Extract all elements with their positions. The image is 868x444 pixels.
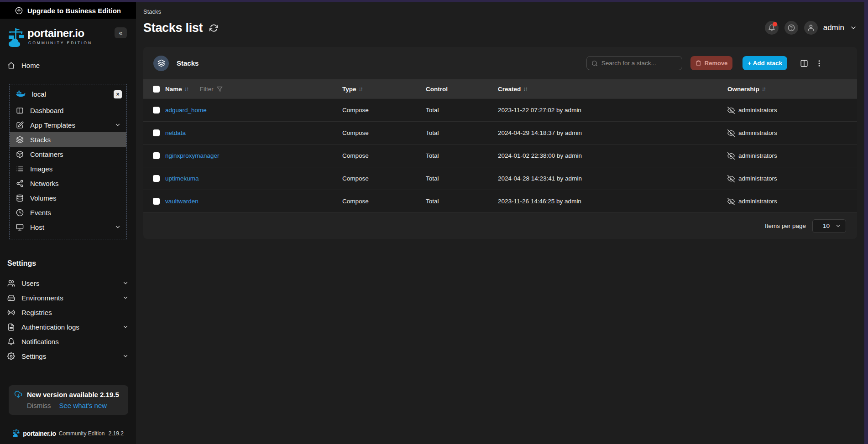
stack-control: Total (426, 175, 498, 182)
search-icon (591, 60, 598, 67)
stack-name-link[interactable]: adguard_home (165, 107, 207, 114)
sidebar-item[interactable]: Volumes (10, 191, 126, 205)
sidebar-item[interactable]: Users (0, 276, 136, 290)
eye-off-icon (727, 152, 735, 160)
stacks-widget: Stacks Remove + Add stack (143, 47, 857, 239)
table-body: adguard_home Compose Total 2023-11-22 07… (143, 98, 857, 212)
list-icon (16, 165, 24, 173)
box-icon (16, 150, 24, 158)
sort-icon: ↓↑ (184, 86, 188, 92)
stack-type: Compose (342, 198, 426, 205)
sidebar-item[interactable]: Images (10, 161, 126, 176)
arrow-up-circle-icon (15, 7, 23, 15)
stack-created: 2024-01-02 22:38:00 by admin (498, 152, 727, 159)
sidebar-item[interactable]: Events (10, 205, 126, 220)
table-row: nginxproxymanager Compose Total 2024-01-… (143, 144, 857, 167)
docker-whale-icon (15, 88, 26, 100)
row-checkbox[interactable] (153, 198, 160, 205)
radio-icon (7, 309, 15, 316)
row-checkbox[interactable] (153, 175, 160, 182)
help-icon (788, 24, 795, 31)
search-input[interactable] (601, 60, 677, 67)
column-header-name[interactable]: Name ↓↑ Filter (165, 86, 342, 93)
update-notice: New version available 2.19.5 Dismiss See… (9, 385, 128, 415)
items-per-page-label: Items per page (765, 222, 806, 229)
eye-off-icon (727, 175, 735, 182)
footer-edition: Community Edition (59, 430, 105, 437)
sort-icon: ↓↑ (523, 86, 527, 92)
chevron-down-icon (835, 223, 841, 229)
chevron-down-icon (122, 294, 129, 301)
row-checkbox[interactable] (153, 129, 160, 136)
sidebar-item[interactable]: Authentication logs (0, 320, 136, 334)
logo-row: portainer.io COMMUNITY EDITION « (0, 19, 136, 47)
notifications-button[interactable] (765, 21, 779, 35)
columns-settings-icon[interactable] (800, 59, 808, 67)
column-header-control: Control (426, 86, 498, 93)
sidebar-item-label: Authentication logs (21, 323, 79, 331)
sidebar-item-label: Home (21, 62, 40, 69)
username: admin (823, 23, 844, 32)
sidebar-item-label: Environments (21, 294, 63, 302)
sidebar-item[interactable]: Dashboard (10, 103, 126, 118)
sidebar-item[interactable]: Host (10, 220, 126, 234)
add-stack-button[interactable]: + Add stack (743, 56, 787, 70)
sidebar-item-home[interactable]: Home (0, 58, 136, 72)
column-header-type[interactable]: Type ↓↑ (342, 86, 426, 93)
stack-created: 2024-04-29 14:18:37 by admin (498, 129, 727, 136)
items-per-page-select[interactable]: 10 (812, 219, 846, 233)
row-checkbox[interactable] (153, 152, 160, 159)
select-all-checkbox[interactable] (153, 86, 160, 93)
dashboard-icon (16, 107, 24, 114)
breadcrumb[interactable]: Stacks (143, 8, 161, 15)
environment-nav: Dashboard App Templates Stacks (10, 103, 126, 234)
sidebar-item[interactable]: Networks (10, 176, 126, 191)
notification-badge (773, 22, 777, 26)
sidebar-item-label: Containers (30, 150, 63, 158)
footer-brand: portainer.io (23, 430, 56, 437)
environment-close-button[interactable]: × (114, 90, 122, 98)
sidebar-item[interactable]: Notifications (0, 334, 136, 349)
sidebar-item[interactable]: Settings (0, 349, 136, 363)
column-header-created[interactable]: Created ↓↑ (498, 86, 727, 93)
share-icon (16, 180, 24, 187)
page-header: Stacks list admin (143, 20, 857, 36)
eye-off-icon (727, 107, 735, 114)
sidebar-collapse-button[interactable]: « (115, 27, 127, 38)
see-whats-new-link[interactable]: See what's new (59, 402, 107, 409)
chevron-down-icon (115, 224, 121, 230)
stack-name-link[interactable]: vaultwarden (165, 198, 199, 205)
dismiss-button[interactable]: Dismiss (27, 402, 51, 409)
footer-version: 2.19.2 (108, 430, 123, 437)
hard-drive-icon (7, 294, 15, 302)
portainer-logo-small-icon (12, 429, 20, 438)
stack-type: Compose (342, 152, 426, 159)
kebab-menu-icon[interactable] (815, 59, 823, 67)
stack-name-link[interactable]: nginxproxymanager (165, 152, 220, 159)
sidebar-item[interactable]: Environments (0, 290, 136, 305)
sidebar-item-label: Stacks (30, 136, 51, 144)
logo-title: portainer.io (27, 27, 92, 40)
environment-header[interactable]: local × (10, 84, 126, 103)
trash-icon (695, 60, 701, 66)
sidebar-item[interactable]: Containers (10, 147, 126, 161)
sidebar-item[interactable]: App Templates (10, 118, 126, 132)
row-checkbox[interactable] (153, 107, 160, 114)
stack-name-link[interactable]: netdata (165, 129, 186, 136)
environment-box: local × Dashboard App Templates (9, 84, 127, 239)
settings-section-header: Settings (0, 259, 136, 268)
name-filter[interactable]: Filter (200, 86, 223, 93)
upgrade-banner[interactable]: Upgrade to Business Edition (0, 2, 136, 19)
refresh-icon[interactable] (209, 24, 218, 32)
stack-name-link[interactable]: uptimekuma (165, 175, 199, 182)
remove-button[interactable]: Remove (690, 56, 733, 70)
user-menu[interactable]: admin (804, 21, 857, 35)
settings-icon (7, 352, 15, 360)
database-icon (16, 194, 24, 202)
sidebar-item[interactable]: Stacks (10, 132, 126, 147)
stacks-widget-icon (153, 56, 169, 71)
help-button[interactable] (784, 21, 798, 35)
sidebar-item[interactable]: Registries (0, 305, 136, 320)
column-header-ownership[interactable]: Ownership ↓↑ (727, 86, 857, 93)
monitor-icon (16, 223, 24, 231)
